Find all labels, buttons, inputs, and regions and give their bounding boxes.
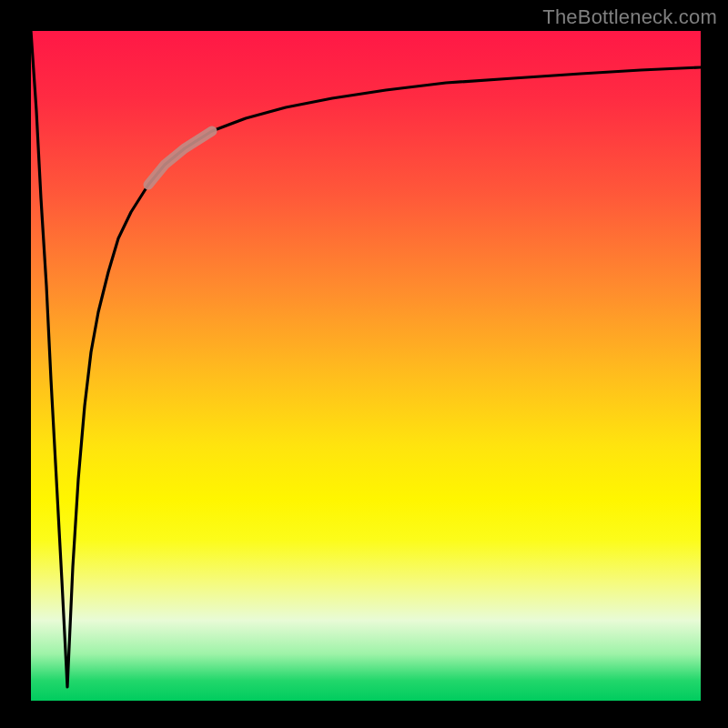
- bottleneck-curve: [31, 31, 701, 701]
- curve-highlight-segment: [148, 131, 212, 185]
- chart-frame: TheBottleneck.com: [0, 0, 728, 728]
- chart-plot-area: [31, 31, 701, 701]
- attribution-label: TheBottleneck.com: [542, 5, 717, 29]
- curve-main: [31, 31, 701, 687]
